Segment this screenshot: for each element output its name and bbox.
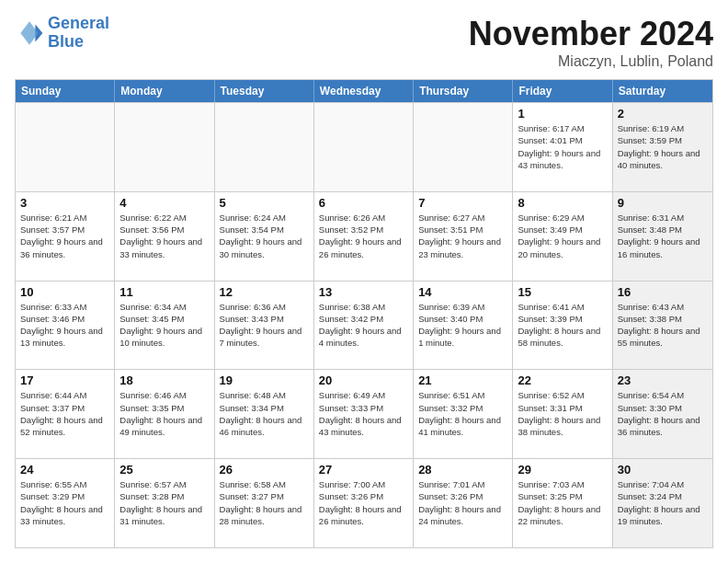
calendar-cell: 29Sunrise: 7:03 AM Sunset: 3:25 PM Dayli… bbox=[513, 459, 612, 547]
logo-line1: General bbox=[48, 14, 109, 32]
day-info: Sunrise: 6:44 AM Sunset: 3:37 PM Dayligh… bbox=[20, 389, 109, 438]
day-number: 15 bbox=[518, 285, 607, 299]
day-info: Sunrise: 6:29 AM Sunset: 3:49 PM Dayligh… bbox=[518, 212, 607, 260]
day-number: 6 bbox=[319, 196, 408, 210]
day-info: Sunrise: 6:34 AM Sunset: 3:45 PM Dayligh… bbox=[119, 301, 209, 350]
day-number: 17 bbox=[20, 373, 109, 387]
calendar-cell: 17Sunrise: 6:44 AM Sunset: 3:37 PM Dayli… bbox=[16, 370, 115, 458]
calendar-cell: 21Sunrise: 6:51 AM Sunset: 3:32 PM Dayli… bbox=[414, 370, 513, 458]
day-number: 24 bbox=[20, 463, 109, 477]
day-number: 25 bbox=[119, 463, 209, 477]
day-info: Sunrise: 6:27 AM Sunset: 3:51 PM Dayligh… bbox=[418, 212, 507, 260]
day-number: 19 bbox=[220, 373, 309, 387]
weekday-header: Monday bbox=[115, 80, 214, 102]
day-info: Sunrise: 6:24 AM Sunset: 3:54 PM Dayligh… bbox=[220, 212, 309, 260]
day-number: 16 bbox=[618, 285, 708, 299]
day-number: 5 bbox=[220, 196, 309, 210]
day-number: 18 bbox=[119, 373, 209, 387]
day-number: 29 bbox=[518, 463, 607, 477]
day-info: Sunrise: 6:55 AM Sunset: 3:29 PM Dayligh… bbox=[20, 478, 109, 527]
calendar-cell bbox=[215, 103, 314, 191]
day-info: Sunrise: 6:19 AM Sunset: 3:59 PM Dayligh… bbox=[618, 122, 708, 171]
calendar-cell: 24Sunrise: 6:55 AM Sunset: 3:29 PM Dayli… bbox=[16, 459, 115, 547]
calendar-cell: 10Sunrise: 6:33 AM Sunset: 3:46 PM Dayli… bbox=[16, 282, 115, 370]
calendar-cell: 11Sunrise: 6:34 AM Sunset: 3:45 PM Dayli… bbox=[115, 282, 214, 370]
calendar-cell: 4Sunrise: 6:22 AM Sunset: 3:56 PM Daylig… bbox=[115, 192, 214, 281]
calendar-cell: 28Sunrise: 7:01 AM Sunset: 3:26 PM Dayli… bbox=[414, 459, 513, 547]
calendar-cell: 8Sunrise: 6:29 AM Sunset: 3:49 PM Daylig… bbox=[513, 192, 612, 281]
day-info: Sunrise: 6:26 AM Sunset: 3:52 PM Dayligh… bbox=[319, 212, 408, 260]
day-number: 27 bbox=[319, 463, 408, 477]
calendar-cell bbox=[314, 103, 414, 191]
calendar-cell: 23Sunrise: 6:54 AM Sunset: 3:30 PM Dayli… bbox=[613, 370, 712, 458]
day-info: Sunrise: 7:00 AM Sunset: 3:26 PM Dayligh… bbox=[319, 478, 408, 527]
day-number: 20 bbox=[319, 373, 408, 387]
day-number: 13 bbox=[319, 285, 408, 299]
calendar-row: 10Sunrise: 6:33 AM Sunset: 3:46 PM Dayli… bbox=[16, 281, 712, 370]
calendar-cell: 26Sunrise: 6:58 AM Sunset: 3:27 PM Dayli… bbox=[215, 459, 314, 547]
calendar-header: SundayMondayTuesdayWednesdayThursdayFrid… bbox=[16, 80, 712, 102]
title-section: November 2024 Miaczyn, Lublin, Poland bbox=[469, 15, 713, 70]
calendar: SundayMondayTuesdayWednesdayThursdayFrid… bbox=[15, 79, 713, 548]
calendar-cell: 9Sunrise: 6:31 AM Sunset: 3:48 PM Daylig… bbox=[613, 192, 712, 281]
calendar-cell: 3Sunrise: 6:21 AM Sunset: 3:57 PM Daylig… bbox=[16, 192, 115, 281]
calendar-cell: 2Sunrise: 6:19 AM Sunset: 3:59 PM Daylig… bbox=[613, 103, 712, 191]
day-info: Sunrise: 7:04 AM Sunset: 3:24 PM Dayligh… bbox=[618, 478, 708, 527]
month-title: November 2024 bbox=[469, 15, 713, 53]
day-info: Sunrise: 6:21 AM Sunset: 3:57 PM Dayligh… bbox=[20, 212, 109, 260]
day-info: Sunrise: 6:17 AM Sunset: 4:01 PM Dayligh… bbox=[518, 122, 607, 171]
day-number: 23 bbox=[618, 373, 708, 387]
day-number: 3 bbox=[20, 196, 109, 210]
calendar-cell: 6Sunrise: 6:26 AM Sunset: 3:52 PM Daylig… bbox=[314, 192, 414, 281]
calendar-cell: 7Sunrise: 6:27 AM Sunset: 3:51 PM Daylig… bbox=[414, 192, 513, 281]
day-number: 22 bbox=[518, 373, 607, 387]
day-number: 12 bbox=[220, 285, 309, 299]
calendar-row: 24Sunrise: 6:55 AM Sunset: 3:29 PM Dayli… bbox=[16, 458, 712, 547]
logo-icon bbox=[15, 18, 44, 48]
day-number: 7 bbox=[418, 196, 507, 210]
calendar-cell: 30Sunrise: 7:04 AM Sunset: 3:24 PM Dayli… bbox=[613, 459, 712, 547]
logo-line2: Blue bbox=[48, 32, 84, 51]
day-info: Sunrise: 6:58 AM Sunset: 3:27 PM Dayligh… bbox=[220, 478, 309, 527]
header: General Blue November 2024 Miaczyn, Lubl… bbox=[15, 15, 713, 70]
day-info: Sunrise: 6:49 AM Sunset: 3:33 PM Dayligh… bbox=[319, 389, 408, 438]
day-number: 4 bbox=[119, 196, 209, 210]
day-number: 8 bbox=[518, 196, 607, 210]
calendar-cell bbox=[16, 103, 115, 191]
day-info: Sunrise: 6:39 AM Sunset: 3:40 PM Dayligh… bbox=[418, 301, 507, 350]
calendar-cell: 18Sunrise: 6:46 AM Sunset: 3:35 PM Dayli… bbox=[115, 370, 214, 458]
calendar-cell bbox=[115, 103, 214, 191]
location: Miaczyn, Lublin, Poland bbox=[469, 53, 713, 70]
calendar-cell: 5Sunrise: 6:24 AM Sunset: 3:54 PM Daylig… bbox=[215, 192, 314, 281]
day-number: 14 bbox=[418, 285, 507, 299]
day-info: Sunrise: 6:51 AM Sunset: 3:32 PM Dayligh… bbox=[418, 389, 507, 438]
day-info: Sunrise: 6:43 AM Sunset: 3:38 PM Dayligh… bbox=[618, 301, 708, 350]
logo-text: General Blue bbox=[48, 15, 109, 52]
weekday-header: Sunday bbox=[16, 80, 115, 102]
day-info: Sunrise: 6:54 AM Sunset: 3:30 PM Dayligh… bbox=[618, 389, 708, 438]
day-number: 28 bbox=[418, 463, 507, 477]
day-info: Sunrise: 6:38 AM Sunset: 3:42 PM Dayligh… bbox=[319, 301, 408, 350]
logo: General Blue bbox=[15, 15, 109, 52]
day-info: Sunrise: 6:48 AM Sunset: 3:34 PM Dayligh… bbox=[220, 389, 309, 438]
day-info: Sunrise: 7:01 AM Sunset: 3:26 PM Dayligh… bbox=[418, 478, 507, 527]
weekday-header: Friday bbox=[513, 80, 612, 102]
calendar-cell: 27Sunrise: 7:00 AM Sunset: 3:26 PM Dayli… bbox=[314, 459, 414, 547]
calendar-cell bbox=[414, 103, 513, 191]
day-info: Sunrise: 6:52 AM Sunset: 3:31 PM Dayligh… bbox=[518, 389, 607, 438]
day-number: 9 bbox=[618, 196, 708, 210]
calendar-cell: 13Sunrise: 6:38 AM Sunset: 3:42 PM Dayli… bbox=[314, 282, 414, 370]
weekday-header: Wednesday bbox=[314, 80, 414, 102]
calendar-row: 1Sunrise: 6:17 AM Sunset: 4:01 PM Daylig… bbox=[16, 102, 712, 191]
calendar-cell: 15Sunrise: 6:41 AM Sunset: 3:39 PM Dayli… bbox=[513, 282, 612, 370]
day-number: 30 bbox=[618, 463, 708, 477]
day-info: Sunrise: 6:36 AM Sunset: 3:43 PM Dayligh… bbox=[220, 301, 309, 350]
weekday-header: Tuesday bbox=[215, 80, 314, 102]
day-number: 21 bbox=[418, 373, 507, 387]
weekday-header: Saturday bbox=[613, 80, 712, 102]
calendar-body: 1Sunrise: 6:17 AM Sunset: 4:01 PM Daylig… bbox=[16, 102, 712, 547]
day-info: Sunrise: 7:03 AM Sunset: 3:25 PM Dayligh… bbox=[518, 478, 607, 527]
calendar-cell: 19Sunrise: 6:48 AM Sunset: 3:34 PM Dayli… bbox=[215, 370, 314, 458]
calendar-cell: 20Sunrise: 6:49 AM Sunset: 3:33 PM Dayli… bbox=[314, 370, 414, 458]
day-number: 26 bbox=[220, 463, 309, 477]
